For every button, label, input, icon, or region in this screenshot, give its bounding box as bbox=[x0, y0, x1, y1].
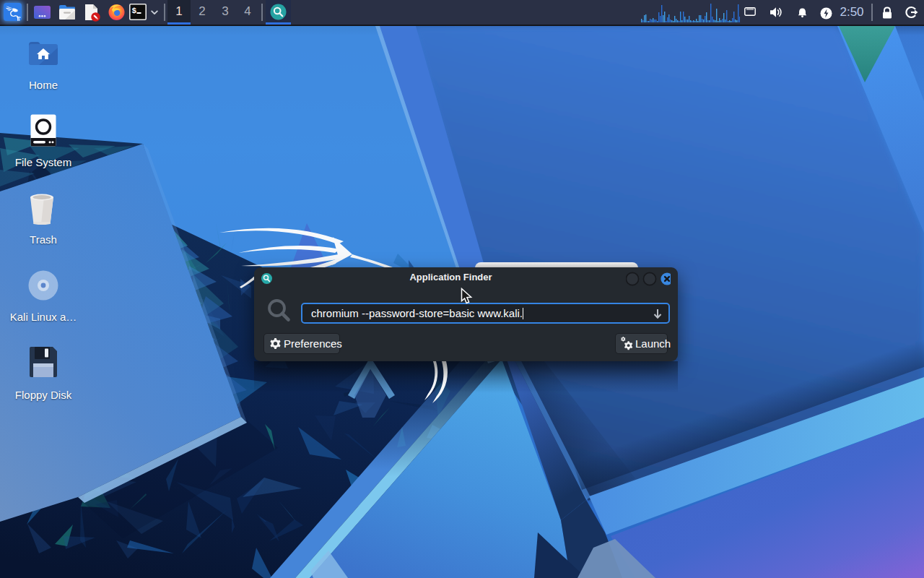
svg-text:$: $ bbox=[132, 7, 137, 15]
